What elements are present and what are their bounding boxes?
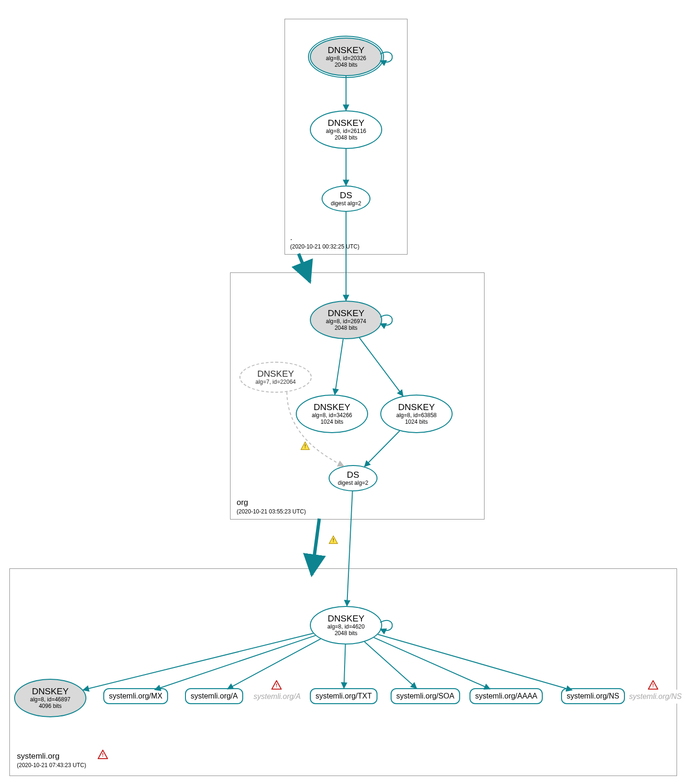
zone-systemli-timestamp: (2020-10-21 07:43:23 UTC) [17, 762, 86, 768]
node-title: DNSKEY [32, 686, 69, 697]
node-sub1: alg=8, id=20326 [326, 55, 366, 62]
node-org-zsk1[interactable]: DNSKEY alg=8, id=34266 1024 bits [296, 395, 368, 433]
node-sub2: 4096 bits [39, 703, 62, 710]
node-title: DNSKEY [328, 308, 364, 318]
node-sub1: alg=7, id=22064 [255, 379, 296, 386]
node-sub1: digest alg=2 [331, 201, 361, 207]
node-systemli-ksk[interactable]: DNSKEY alg=8, id=46897 4096 bits [14, 679, 86, 717]
record-ns-error[interactable]: systemli.org/NS [629, 690, 682, 704]
node-sub1: alg=8, id=34266 [312, 412, 352, 419]
svg-text:!: ! [102, 752, 104, 758]
node-sub2: 1024 bits [321, 419, 344, 426]
error-icon: ! [98, 750, 108, 759]
node-sub2: 2048 bits [335, 325, 358, 332]
svg-text:!: ! [332, 537, 334, 543]
zone-root-timestamp: (2020-10-21 00:32:25 UTC) [290, 243, 359, 250]
node-title: DNSKEY [314, 402, 350, 412]
node-org-ksk[interactable]: DNSKEY alg=8, id=26974 2048 bits [310, 301, 382, 339]
svg-text:!: ! [652, 682, 654, 689]
node-title: DS [340, 190, 352, 201]
node-sub1: alg=8, id=63858 [396, 412, 437, 419]
zone-org-timestamp: (2020-10-21 03:55:23 UTC) [237, 508, 306, 515]
record-aaaa[interactable]: systemli.org/AAAA [469, 688, 543, 704]
record-txt[interactable]: systemli.org/TXT [310, 688, 377, 704]
node-root-ksk[interactable]: DNSKEY alg=8, id=20326 2048 bits [310, 38, 382, 76]
svg-text:!: ! [304, 443, 306, 449]
node-sub1: alg=8, id=4620 [327, 624, 364, 630]
warning-icon: ! [300, 442, 310, 450]
warning-icon: ! [329, 536, 338, 544]
node-title: DNSKEY [398, 402, 435, 412]
node-org-revoked[interactable]: DNSKEY alg=7, id=22064 [239, 362, 312, 393]
node-sub1: alg=8, id=26116 [326, 128, 366, 135]
node-sub2: 2048 bits [335, 135, 358, 141]
node-sub2: 2048 bits [335, 62, 358, 69]
node-title: DNSKEY [328, 45, 364, 55]
zone-org-label: org [237, 498, 248, 507]
node-org-ds[interactable]: DS digest alg=2 [329, 465, 377, 491]
zone-systemli-box [9, 568, 677, 776]
node-title: DS [347, 470, 359, 480]
zone-root-label: . [290, 233, 292, 242]
record-a-error[interactable]: systemli.org/A [254, 690, 300, 704]
node-title: DNSKEY [328, 613, 364, 624]
record-ns[interactable]: systemli.org/NS [561, 688, 625, 704]
node-systemli-zsk[interactable]: DNSKEY alg=8, id=4620 2048 bits [310, 606, 382, 644]
node-sub1: alg=8, id=26974 [326, 318, 366, 325]
record-soa[interactable]: systemli.org/SOA [391, 688, 460, 704]
svg-text:!: ! [276, 682, 277, 689]
node-sub1: alg=8, id=46897 [30, 697, 70, 703]
node-sub2: 2048 bits [335, 630, 358, 637]
node-root-zsk[interactable]: DNSKEY alg=8, id=26116 2048 bits [310, 110, 382, 149]
node-root-ds[interactable]: DS digest alg=2 [322, 186, 370, 212]
node-org-zsk2[interactable]: DNSKEY alg=8, id=63858 1024 bits [380, 395, 453, 433]
zone-systemli-label: systemli.org [17, 752, 60, 761]
node-title: DNSKEY [328, 118, 364, 128]
node-sub1: digest alg=2 [338, 480, 368, 487]
node-sub2: 1024 bits [405, 419, 428, 426]
record-mx[interactable]: systemli.org/MX [103, 688, 168, 704]
error-icon: ! [648, 680, 658, 690]
node-title: DNSKEY [257, 369, 294, 379]
error-icon: ! [271, 680, 282, 690]
record-a[interactable]: systemli.org/A [185, 688, 243, 704]
